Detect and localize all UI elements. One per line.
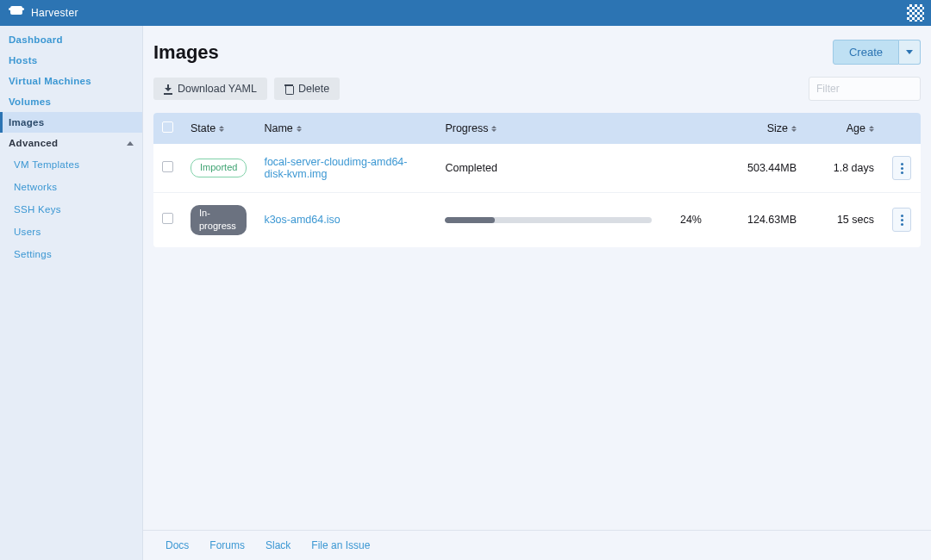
main: Images Create Download YAML De bbox=[143, 26, 931, 560]
row-checkbox[interactable] bbox=[162, 161, 173, 172]
delete-label: Delete bbox=[298, 83, 329, 95]
topbar: Harvester bbox=[0, 0, 931, 26]
age-cell: 15 secs bbox=[805, 193, 883, 247]
create-button[interactable]: Create bbox=[833, 40, 899, 65]
download-yaml-label: Download YAML bbox=[178, 83, 257, 95]
col-state[interactable]: State bbox=[182, 113, 255, 144]
sort-icon bbox=[297, 126, 302, 132]
footer-link-docs[interactable]: Docs bbox=[166, 539, 189, 551]
table-row: In-progressk3os-amd64.iso24%124.63MB15 s… bbox=[153, 193, 921, 247]
primary-nav: Dashboard Hosts Virtual Machines Volumes… bbox=[0, 26, 142, 265]
progress-text: Completed bbox=[445, 162, 497, 174]
row-actions-button[interactable] bbox=[892, 156, 911, 180]
col-size[interactable]: Size bbox=[710, 113, 805, 144]
footer-link-file-issue[interactable]: File an Issue bbox=[311, 539, 370, 551]
sidebar-item-ssh-keys[interactable]: SSH Keys bbox=[5, 198, 142, 221]
col-progress[interactable]: Progress bbox=[436, 113, 710, 144]
footer-link-forums[interactable]: Forums bbox=[209, 539, 245, 551]
progress-bar bbox=[445, 217, 652, 223]
table-row: Importedfocal-server-cloudimg-amd64-disk… bbox=[153, 144, 921, 193]
sidebar-group-advanced-label: Advanced bbox=[9, 138, 58, 148]
row-actions-button[interactable] bbox=[892, 208, 911, 232]
size-cell: 124.63MB bbox=[710, 193, 805, 247]
sort-icon bbox=[869, 126, 874, 132]
size-cell: 503.44MB bbox=[710, 144, 805, 193]
sidebar-item-images[interactable]: Images bbox=[0, 112, 142, 133]
progress-percent: 24% bbox=[667, 214, 702, 226]
brand[interactable]: Harvester bbox=[7, 6, 78, 20]
select-all-checkbox[interactable] bbox=[162, 121, 173, 133]
col-age[interactable]: Age bbox=[805, 113, 883, 144]
sidebar-item-settings[interactable]: Settings bbox=[5, 243, 142, 265]
sidebar-item-networks[interactable]: Networks bbox=[5, 176, 142, 198]
chevron-up-icon bbox=[127, 141, 134, 146]
kebab-icon bbox=[901, 219, 903, 221]
status-badge: Imported bbox=[191, 159, 247, 177]
page-title: Images bbox=[153, 41, 219, 64]
download-yaml-button[interactable]: Download YAML bbox=[153, 78, 267, 100]
sidebar-item-vm-templates[interactable]: VM Templates bbox=[5, 153, 142, 176]
status-badge: In-progress bbox=[191, 205, 247, 235]
footer: Docs Forums Slack File an Issue bbox=[143, 530, 931, 560]
sidebar: Dashboard Hosts Virtual Machines Volumes… bbox=[0, 26, 143, 560]
sidebar-item-users[interactable]: Users bbox=[5, 221, 142, 243]
sidebar-item-volumes[interactable]: Volumes bbox=[0, 91, 142, 112]
sidebar-item-hosts[interactable]: Hosts bbox=[0, 50, 142, 71]
sort-icon bbox=[491, 126, 497, 132]
delete-button[interactable]: Delete bbox=[274, 78, 340, 100]
sidebar-item-dashboard[interactable]: Dashboard bbox=[0, 29, 142, 50]
age-cell: 1.8 days bbox=[805, 144, 883, 193]
create-button-group: Create bbox=[833, 40, 921, 65]
sidebar-item-virtual-machines[interactable]: Virtual Machines bbox=[0, 71, 142, 91]
create-dropdown-button[interactable] bbox=[899, 40, 921, 65]
image-name-link[interactable]: k3os-amd64.iso bbox=[264, 214, 340, 226]
images-table: State Name Progress Size Age Importedfoc… bbox=[153, 113, 921, 247]
sort-icon bbox=[791, 126, 797, 132]
footer-link-slack[interactable]: Slack bbox=[266, 539, 291, 551]
sort-icon bbox=[219, 126, 224, 132]
brand-name: Harvester bbox=[31, 7, 78, 19]
kebab-icon bbox=[901, 167, 903, 170]
col-name[interactable]: Name bbox=[255, 113, 436, 144]
image-name-link[interactable]: focal-server-cloudimg-amd64-disk-kvm.img bbox=[264, 156, 407, 180]
row-checkbox[interactable] bbox=[162, 213, 173, 224]
filter-input[interactable] bbox=[809, 77, 921, 101]
download-icon bbox=[164, 84, 172, 93]
brand-logo-icon bbox=[9, 6, 24, 20]
sidebar-group-advanced[interactable]: Advanced bbox=[0, 133, 142, 153]
trash-icon bbox=[284, 84, 293, 94]
user-avatar-icon[interactable] bbox=[907, 4, 924, 22]
chevron-down-icon bbox=[906, 50, 913, 54]
